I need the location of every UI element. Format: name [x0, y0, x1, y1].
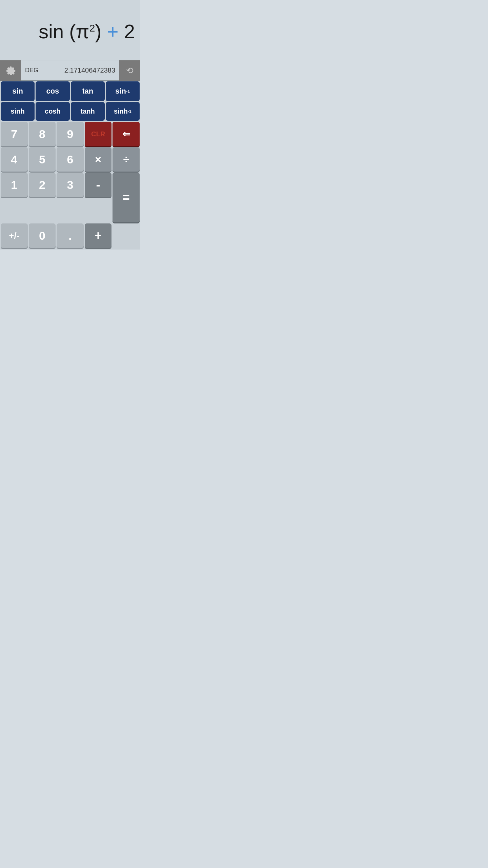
gear-icon — [5, 65, 16, 76]
tan-button[interactable]: tan — [71, 81, 105, 101]
keyboard: sin cos tan sin-1 sinh cosh tanh sinh-1 … — [0, 81, 140, 250]
trig-row-1: sin cos tan sin-1 — [1, 81, 140, 101]
sin-button[interactable]: sin — [1, 81, 35, 101]
cos-button[interactable]: cos — [36, 81, 69, 101]
trig-row-2: sinh cosh tanh sinh-1 — [1, 102, 140, 121]
add-button[interactable]: + — [85, 223, 112, 248]
key-9[interactable]: 9 — [57, 122, 84, 146]
num-row-4: +/- 0 . + — [1, 223, 140, 248]
sin-inverse-button[interactable]: sin-1 — [106, 81, 140, 101]
sinh-inverse-button[interactable]: sinh-1 — [106, 102, 140, 121]
equals-button[interactable]: = — [113, 173, 140, 222]
settings-button[interactable] — [0, 60, 21, 81]
key-1[interactable]: 1 — [1, 173, 28, 197]
key-2[interactable]: 2 — [29, 173, 56, 197]
num-row-3: 1 2 3 - = — [1, 173, 140, 222]
key-4[interactable]: 4 — [1, 147, 28, 172]
num-row-1: 7 8 9 CLR ⇐ — [1, 122, 140, 146]
angle-mode-label: DEG — [25, 67, 38, 74]
plus-minus-button[interactable]: +/- — [1, 223, 28, 248]
history-icon: ⟲ — [126, 65, 134, 76]
key-5[interactable]: 5 — [29, 147, 56, 172]
result-bar: DEG 2.171406472383 ⟲ — [0, 60, 140, 81]
key-7[interactable]: 7 — [1, 122, 28, 146]
tanh-button[interactable]: tanh — [71, 102, 105, 121]
clear-button[interactable]: CLR — [85, 122, 112, 146]
decimal-button[interactable]: . — [57, 223, 84, 248]
num-row-2: 4 5 6 × ÷ — [1, 147, 140, 172]
key-3[interactable]: 3 — [57, 173, 84, 197]
subtract-button[interactable]: - — [85, 173, 112, 197]
history-button[interactable]: ⟲ — [119, 60, 140, 81]
sinh-button[interactable]: sinh — [1, 102, 35, 121]
backspace-button[interactable]: ⇐ — [113, 122, 140, 146]
multiply-button[interactable]: × — [85, 147, 112, 172]
key-0[interactable]: 0 — [29, 223, 56, 248]
key-6[interactable]: 6 — [57, 147, 84, 172]
key-8[interactable]: 8 — [29, 122, 56, 146]
result-value: 2.171406472383 — [45, 66, 115, 74]
result-content: DEG 2.171406472383 — [21, 60, 119, 81]
cosh-button[interactable]: cosh — [36, 102, 69, 121]
display-area: sin (π2) + 2 — [0, 0, 140, 60]
divide-button[interactable]: ÷ — [113, 147, 140, 172]
expression-display: sin (π2) + 2 — [39, 20, 135, 43]
